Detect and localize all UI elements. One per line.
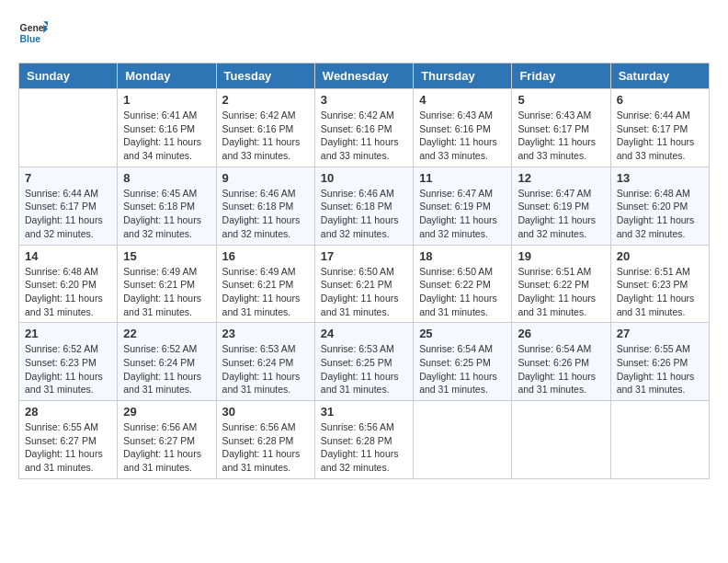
day-info: Sunrise: 6:54 AMSunset: 6:25 PMDaylight:…	[419, 342, 506, 396]
day-number: 25	[419, 327, 506, 340]
day-info: Sunrise: 6:46 AMSunset: 6:18 PMDaylight:…	[321, 187, 407, 241]
calendar-cell: 28Sunrise: 6:55 AMSunset: 6:27 PMDayligh…	[19, 401, 118, 479]
calendar-cell: 21Sunrise: 6:52 AMSunset: 6:23 PMDayligh…	[19, 323, 118, 401]
day-number: 10	[321, 171, 407, 185]
day-number: 24	[321, 327, 407, 340]
calendar-cell: 3Sunrise: 6:42 AMSunset: 6:16 PMDaylight…	[314, 89, 413, 167]
calendar-cell	[414, 401, 512, 479]
day-number: 20	[617, 249, 703, 263]
generalblue-logo-icon: General Blue	[18, 18, 48, 48]
page-header: General Blue	[18, 18, 710, 48]
day-number: 2	[222, 93, 309, 107]
day-info: Sunrise: 6:48 AMSunset: 6:20 PMDaylight:…	[25, 265, 111, 319]
day-info: Sunrise: 6:56 AMSunset: 6:28 PMDaylight:…	[222, 420, 309, 475]
calendar-cell: 7Sunrise: 6:44 AMSunset: 6:17 PMDaylight…	[19, 167, 118, 245]
calendar-cell: 12Sunrise: 6:47 AMSunset: 6:19 PMDayligh…	[512, 167, 610, 245]
calendar-cell: 20Sunrise: 6:51 AMSunset: 6:23 PMDayligh…	[610, 245, 709, 323]
weekday-header-saturday: Saturday	[610, 63, 709, 89]
day-number: 1	[123, 93, 210, 107]
calendar-cell: 26Sunrise: 6:54 AMSunset: 6:26 PMDayligh…	[512, 323, 610, 401]
day-number: 8	[123, 171, 210, 185]
calendar-cell: 10Sunrise: 6:46 AMSunset: 6:18 PMDayligh…	[314, 167, 413, 245]
weekday-header-monday: Monday	[118, 63, 216, 89]
day-info: Sunrise: 6:56 AMSunset: 6:27 PMDaylight:…	[123, 420, 210, 475]
day-number: 17	[321, 249, 407, 263]
weekday-header-tuesday: Tuesday	[216, 63, 314, 89]
weekday-header-row: SundayMondayTuesdayWednesdayThursdayFrid…	[19, 63, 710, 89]
calendar-cell	[512, 401, 610, 479]
calendar-week-2: 7Sunrise: 6:44 AMSunset: 6:17 PMDaylight…	[19, 167, 710, 245]
day-info: Sunrise: 6:41 AMSunset: 6:16 PMDaylight:…	[123, 109, 210, 163]
day-info: Sunrise: 6:43 AMSunset: 6:16 PMDaylight:…	[419, 109, 506, 163]
day-info: Sunrise: 6:42 AMSunset: 6:16 PMDaylight:…	[222, 109, 309, 163]
day-number: 13	[617, 171, 703, 185]
day-number: 19	[518, 249, 604, 263]
day-info: Sunrise: 6:43 AMSunset: 6:17 PMDaylight:…	[518, 109, 604, 163]
calendar-week-3: 14Sunrise: 6:48 AMSunset: 6:20 PMDayligh…	[19, 245, 710, 323]
day-info: Sunrise: 6:49 AMSunset: 6:21 PMDaylight:…	[123, 265, 210, 319]
calendar-week-5: 28Sunrise: 6:55 AMSunset: 6:27 PMDayligh…	[19, 401, 710, 479]
calendar-cell: 6Sunrise: 6:44 AMSunset: 6:17 PMDaylight…	[610, 89, 709, 167]
day-number: 3	[321, 93, 407, 107]
calendar-cell: 22Sunrise: 6:52 AMSunset: 6:24 PMDayligh…	[118, 323, 216, 401]
weekday-header-wednesday: Wednesday	[314, 63, 413, 89]
day-number: 4	[419, 93, 506, 107]
day-number: 15	[123, 249, 210, 263]
day-info: Sunrise: 6:55 AMSunset: 6:27 PMDaylight:…	[25, 420, 111, 475]
calendar-cell: 14Sunrise: 6:48 AMSunset: 6:20 PMDayligh…	[19, 245, 118, 323]
day-number: 18	[419, 249, 506, 263]
day-info: Sunrise: 6:55 AMSunset: 6:26 PMDaylight:…	[617, 342, 703, 396]
calendar-cell: 18Sunrise: 6:50 AMSunset: 6:22 PMDayligh…	[414, 245, 512, 323]
day-info: Sunrise: 6:49 AMSunset: 6:21 PMDaylight:…	[222, 265, 309, 319]
day-number: 6	[617, 93, 703, 107]
day-number: 21	[25, 327, 111, 340]
day-info: Sunrise: 6:51 AMSunset: 6:23 PMDaylight:…	[617, 265, 703, 319]
day-info: Sunrise: 6:50 AMSunset: 6:21 PMDaylight:…	[321, 265, 407, 319]
day-number: 12	[518, 171, 604, 185]
day-info: Sunrise: 6:53 AMSunset: 6:24 PMDaylight:…	[222, 342, 309, 396]
day-info: Sunrise: 6:47 AMSunset: 6:19 PMDaylight:…	[419, 187, 506, 241]
calendar-cell: 9Sunrise: 6:46 AMSunset: 6:18 PMDaylight…	[216, 167, 314, 245]
calendar-cell	[19, 89, 118, 167]
day-info: Sunrise: 6:44 AMSunset: 6:17 PMDaylight:…	[617, 109, 703, 163]
calendar-cell: 16Sunrise: 6:49 AMSunset: 6:21 PMDayligh…	[216, 245, 314, 323]
calendar-cell: 13Sunrise: 6:48 AMSunset: 6:20 PMDayligh…	[610, 167, 709, 245]
calendar-cell: 1Sunrise: 6:41 AMSunset: 6:16 PMDaylight…	[118, 89, 216, 167]
calendar-cell: 15Sunrise: 6:49 AMSunset: 6:21 PMDayligh…	[118, 245, 216, 323]
day-number: 29	[123, 405, 210, 419]
weekday-header-sunday: Sunday	[19, 63, 118, 89]
calendar-cell: 27Sunrise: 6:55 AMSunset: 6:26 PMDayligh…	[610, 323, 709, 401]
day-number: 26	[518, 327, 604, 340]
day-info: Sunrise: 6:54 AMSunset: 6:26 PMDaylight:…	[518, 342, 604, 396]
day-info: Sunrise: 6:48 AMSunset: 6:20 PMDaylight:…	[617, 187, 703, 241]
day-info: Sunrise: 6:50 AMSunset: 6:22 PMDaylight:…	[419, 265, 506, 319]
calendar-cell: 25Sunrise: 6:54 AMSunset: 6:25 PMDayligh…	[414, 323, 512, 401]
day-info: Sunrise: 6:52 AMSunset: 6:24 PMDaylight:…	[123, 342, 210, 396]
calendar-week-1: 1Sunrise: 6:41 AMSunset: 6:16 PMDaylight…	[19, 89, 710, 167]
calendar-cell	[610, 401, 709, 479]
calendar-cell: 17Sunrise: 6:50 AMSunset: 6:21 PMDayligh…	[314, 245, 413, 323]
calendar-cell: 30Sunrise: 6:56 AMSunset: 6:28 PMDayligh…	[216, 401, 314, 479]
calendar-cell: 29Sunrise: 6:56 AMSunset: 6:27 PMDayligh…	[118, 401, 216, 479]
calendar-week-4: 21Sunrise: 6:52 AMSunset: 6:23 PMDayligh…	[19, 323, 710, 401]
day-info: Sunrise: 6:45 AMSunset: 6:18 PMDaylight:…	[123, 187, 210, 241]
calendar-cell: 11Sunrise: 6:47 AMSunset: 6:19 PMDayligh…	[414, 167, 512, 245]
day-number: 22	[123, 327, 210, 340]
day-info: Sunrise: 6:42 AMSunset: 6:16 PMDaylight:…	[321, 109, 407, 163]
day-number: 16	[222, 249, 309, 263]
calendar-table: SundayMondayTuesdayWednesdayThursdayFrid…	[18, 63, 710, 479]
calendar-cell: 2Sunrise: 6:42 AMSunset: 6:16 PMDaylight…	[216, 89, 314, 167]
logo: General Blue	[18, 18, 48, 48]
day-number: 14	[25, 249, 111, 263]
calendar-cell: 31Sunrise: 6:56 AMSunset: 6:28 PMDayligh…	[314, 401, 413, 479]
calendar-cell: 19Sunrise: 6:51 AMSunset: 6:22 PMDayligh…	[512, 245, 610, 323]
day-info: Sunrise: 6:51 AMSunset: 6:22 PMDaylight:…	[518, 265, 604, 319]
day-number: 30	[222, 405, 309, 419]
day-info: Sunrise: 6:47 AMSunset: 6:19 PMDaylight:…	[518, 187, 604, 241]
day-number: 7	[25, 171, 111, 185]
day-number: 27	[617, 327, 703, 340]
calendar-cell: 23Sunrise: 6:53 AMSunset: 6:24 PMDayligh…	[216, 323, 314, 401]
calendar-cell: 4Sunrise: 6:43 AMSunset: 6:16 PMDaylight…	[414, 89, 512, 167]
day-info: Sunrise: 6:52 AMSunset: 6:23 PMDaylight:…	[25, 342, 111, 396]
day-info: Sunrise: 6:44 AMSunset: 6:17 PMDaylight:…	[25, 187, 111, 241]
